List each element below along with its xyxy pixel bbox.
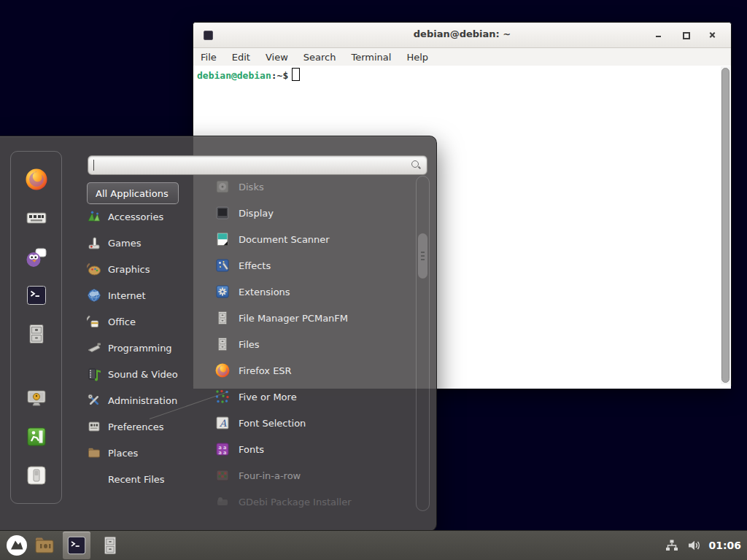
- svg-text:a a: a a: [219, 450, 227, 456]
- category-graphics[interactable]: Graphics: [87, 256, 198, 282]
- menu-search-input[interactable]: [88, 155, 427, 175]
- category-places[interactable]: Places: [87, 440, 198, 466]
- window-title: debian@debian: ~: [193, 28, 731, 39]
- maximize-icon[interactable]: [681, 30, 691, 40]
- menu-launcher-icon: [6, 534, 28, 556]
- terminal-scrollbar-thumb[interactable]: [721, 68, 729, 383]
- favorites-column: [10, 151, 62, 504]
- games-icon: [87, 236, 101, 250]
- app-firefox-esr[interactable]: Firefox ESR: [197, 357, 413, 384]
- office-icon: [87, 314, 101, 329]
- menu-launcher-button[interactable]: [3, 532, 31, 559]
- category-programming[interactable]: Programming: [87, 335, 198, 361]
- category-internet[interactable]: Internet: [87, 282, 198, 308]
- network-icon[interactable]: [665, 538, 679, 553]
- menu-edit[interactable]: Edit: [232, 52, 250, 63]
- favorite-keyboard-button[interactable]: [25, 206, 48, 230]
- prompt-suffix: :~$: [271, 70, 288, 81]
- folder-d-icon: [33, 534, 56, 557]
- places-icon: [87, 446, 101, 460]
- fonts-icon: a a a a: [214, 441, 231, 457]
- lock-screen-button[interactable]: [25, 386, 48, 410]
- category-sound-video[interactable]: Sound & Video: [87, 361, 198, 387]
- app-font-selection[interactable]: A Font Selection: [197, 410, 413, 436]
- close-icon[interactable]: [708, 30, 718, 40]
- menu-file[interactable]: File: [201, 52, 217, 63]
- taskbar-terminal-button[interactable]: [63, 532, 90, 559]
- disks-icon: [214, 179, 231, 195]
- internet-icon: [87, 288, 101, 303]
- administration-icon: [87, 393, 101, 408]
- category-administration[interactable]: Administration: [87, 387, 198, 413]
- extensions-icon: [214, 284, 231, 300]
- app-document-scanner[interactable]: Document Scanner: [197, 226, 413, 252]
- menu-help[interactable]: Help: [406, 52, 428, 63]
- taskbar-file-manager-button[interactable]: [31, 532, 58, 559]
- shutdown-icon: [25, 464, 48, 487]
- text-cursor: [93, 160, 94, 171]
- preferences-icon: [87, 419, 101, 434]
- app-five-or-more[interactable]: Five or More: [197, 384, 413, 410]
- all-applications-button[interactable]: All Applications: [87, 182, 179, 204]
- taskbar-clock[interactable]: 01:06: [708, 540, 741, 551]
- pidgin-icon: [25, 245, 48, 268]
- favorite-firefox-button[interactable]: [25, 168, 48, 191]
- file-cabinet-icon: [99, 534, 121, 556]
- app-display[interactable]: Display: [197, 200, 413, 226]
- app-effects[interactable]: Effects: [197, 252, 413, 279]
- menu-scrollbar-thumb[interactable]: [418, 233, 427, 279]
- category-preferences[interactable]: Preferences: [87, 413, 198, 440]
- display-icon: [214, 205, 231, 221]
- programming-icon: [87, 341, 101, 355]
- document-scanner-icon: [214, 231, 231, 247]
- effects-icon: [214, 257, 231, 273]
- favorite-pidgin-button[interactable]: [25, 245, 48, 268]
- minimize-icon[interactable]: [654, 30, 664, 40]
- app-gdebi-package-installer[interactable]: GDebi Package Installer: [197, 489, 413, 515]
- app-files[interactable]: Files: [197, 331, 413, 357]
- file-cabinet-icon: [214, 310, 231, 326]
- firefox-icon: [214, 362, 231, 378]
- terminal-icon: [66, 534, 88, 556]
- app-disks[interactable]: Disks: [197, 174, 413, 200]
- keyboard-icon: [25, 206, 48, 230]
- terminal-menubar: File Edit View Search Terminal Help: [193, 48, 731, 66]
- application-list: Disks Display Document Scanner: [197, 174, 413, 515]
- log-out-button[interactable]: [25, 425, 48, 448]
- prompt-user-host: debian@debian: [197, 70, 271, 81]
- taskbar-files-button[interactable]: [96, 532, 124, 559]
- terminal-scrollbar[interactable]: [721, 66, 730, 384]
- category-recent-files[interactable]: Recent Files: [87, 466, 198, 492]
- font-selection-icon: A: [214, 415, 231, 431]
- category-list: Accessories Games Graphics: [87, 203, 198, 492]
- firefox-icon: [25, 168, 48, 191]
- favorite-terminal-button[interactable]: [25, 284, 48, 307]
- category-office[interactable]: Office: [87, 308, 198, 335]
- terminal-titlebar[interactable]: debian@debian: ~: [193, 23, 731, 48]
- menu-scrollbar[interactable]: [416, 176, 430, 511]
- lock-screen-icon: [25, 386, 48, 410]
- terminal-cursor: [292, 68, 300, 81]
- app-extensions[interactable]: Extensions: [197, 279, 413, 305]
- svg-text:A: A: [219, 418, 227, 429]
- magnifier-icon: [411, 160, 421, 170]
- file-cabinet-icon: [25, 322, 48, 346]
- accessories-icon: [87, 209, 101, 224]
- menu-view[interactable]: View: [266, 52, 288, 63]
- app-fonts[interactable]: a a a a Fonts: [197, 436, 413, 462]
- favorite-file-manager-button[interactable]: [25, 322, 48, 346]
- desktop: { "desktop": { "watermark_text": "debian…: [0, 0, 747, 560]
- app-four-in-a-row[interactable]: Four-in-a-row: [197, 462, 413, 489]
- four-in-a-row-icon: [214, 467, 231, 483]
- app-file-manager-pcmanfm[interactable]: File Manager PCManFM: [197, 305, 413, 331]
- application-menu: All Applications Accessories Game: [0, 136, 437, 532]
- menu-search[interactable]: Search: [303, 52, 336, 63]
- category-accessories[interactable]: Accessories: [87, 203, 198, 230]
- menu-terminal[interactable]: Terminal: [351, 52, 391, 63]
- category-games[interactable]: Games: [87, 230, 198, 256]
- shutdown-button[interactable]: [25, 464, 48, 487]
- system-tray: 01:06: [665, 538, 741, 553]
- volume-icon[interactable]: [686, 538, 701, 553]
- sound-video-icon: [87, 367, 101, 381]
- taskbar: 01:06: [0, 530, 747, 560]
